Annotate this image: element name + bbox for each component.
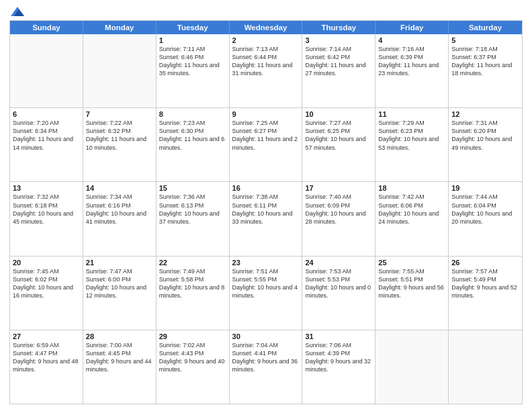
day-info: Sunrise: 7:25 AM Sunset: 6:27 PM Dayligh…: [232, 120, 298, 150]
day-info: Sunrise: 7:02 AM Sunset: 4:43 PM Dayligh…: [159, 342, 225, 373]
cal-header-sunday: Sunday: [10, 21, 83, 34]
day-info: Sunrise: 7:23 AM Sunset: 6:30 PM Dayligh…: [159, 120, 225, 150]
day-number: 28: [86, 332, 153, 340]
calendar-cell: 5Sunrise: 7:18 AM Sunset: 6:37 PM Daylig…: [449, 34, 522, 107]
calendar-week-5: 27Sunrise: 6:59 AM Sunset: 4:47 PM Dayli…: [10, 330, 522, 404]
calendar-cell: 20Sunrise: 7:45 AM Sunset: 6:02 PM Dayli…: [10, 257, 83, 330]
calendar-cell: 30Sunrise: 7:04 AM Sunset: 4:41 PM Dayli…: [230, 330, 303, 404]
calendar-cell: [449, 330, 522, 404]
day-number: 16: [232, 184, 300, 192]
cal-header-monday: Monday: [83, 21, 157, 34]
day-number: 19: [451, 184, 519, 192]
calendar-cell: 31Sunrise: 7:06 AM Sunset: 4:39 PM Dayli…: [302, 330, 375, 404]
calendar-body: 1Sunrise: 7:11 AM Sunset: 6:46 PM Daylig…: [10, 34, 522, 404]
calendar-cell: 25Sunrise: 7:55 AM Sunset: 5:51 PM Dayli…: [375, 257, 449, 330]
day-number: 25: [378, 259, 445, 267]
calendar-cell: [375, 330, 449, 404]
cal-header-friday: Friday: [375, 21, 449, 34]
calendar-cell: 10Sunrise: 7:27 AM Sunset: 6:25 PM Dayli…: [302, 108, 375, 181]
day-number: 1: [159, 36, 226, 44]
day-info: Sunrise: 7:13 AM Sunset: 6:44 PM Dayligh…: [232, 46, 293, 77]
calendar-cell: 1Sunrise: 7:11 AM Sunset: 6:46 PM Daylig…: [157, 34, 230, 107]
calendar-cell: 6Sunrise: 7:20 AM Sunset: 6:34 PM Daylig…: [10, 108, 83, 181]
day-info: Sunrise: 7:00 AM Sunset: 4:45 PM Dayligh…: [86, 342, 152, 373]
calendar-cell: 14Sunrise: 7:34 AM Sunset: 6:16 PM Dayli…: [83, 182, 157, 255]
calendar-cell: 18Sunrise: 7:42 AM Sunset: 6:06 PM Dayli…: [375, 182, 449, 255]
day-info: Sunrise: 7:31 AM Sunset: 6:20 PM Dayligh…: [451, 120, 512, 150]
header: [9, 7, 523, 16]
calendar-cell: 28Sunrise: 7:00 AM Sunset: 4:45 PM Dayli…: [83, 330, 157, 404]
calendar-cell: 16Sunrise: 7:38 AM Sunset: 6:11 PM Dayli…: [230, 182, 303, 255]
calendar-cell: 8Sunrise: 7:23 AM Sunset: 6:30 PM Daylig…: [157, 108, 230, 181]
calendar-cell: 12Sunrise: 7:31 AM Sunset: 6:20 PM Dayli…: [449, 108, 522, 181]
day-number: 21: [86, 259, 153, 267]
calendar-week-4: 20Sunrise: 7:45 AM Sunset: 6:02 PM Dayli…: [10, 256, 522, 330]
day-info: Sunrise: 6:59 AM Sunset: 4:47 PM Dayligh…: [13, 342, 79, 373]
day-number: 7: [86, 110, 153, 118]
day-info: Sunrise: 7:47 AM Sunset: 6:00 PM Dayligh…: [86, 268, 146, 299]
day-number: 6: [13, 110, 80, 118]
calendar-cell: [83, 34, 157, 107]
day-info: Sunrise: 7:16 AM Sunset: 6:39 PM Dayligh…: [378, 46, 439, 77]
day-number: 30: [232, 332, 300, 340]
day-number: 26: [451, 259, 519, 267]
day-number: 29: [159, 332, 226, 340]
day-number: 2: [232, 36, 300, 44]
day-info: Sunrise: 7:57 AM Sunset: 5:49 PM Dayligh…: [451, 268, 517, 299]
calendar-cell: 23Sunrise: 7:51 AM Sunset: 5:55 PM Dayli…: [230, 257, 303, 330]
day-info: Sunrise: 7:11 AM Sunset: 6:46 PM Dayligh…: [159, 46, 220, 77]
calendar-cell: [10, 34, 83, 107]
day-number: 17: [305, 184, 372, 192]
calendar-cell: 13Sunrise: 7:32 AM Sunset: 6:18 PM Dayli…: [10, 182, 83, 255]
day-info: Sunrise: 7:32 AM Sunset: 6:18 PM Dayligh…: [13, 193, 73, 224]
calendar-cell: 7Sunrise: 7:22 AM Sunset: 6:32 PM Daylig…: [83, 108, 157, 181]
day-info: Sunrise: 7:51 AM Sunset: 5:55 PM Dayligh…: [232, 268, 298, 299]
cal-header-thursday: Thursday: [302, 21, 375, 34]
day-number: 15: [159, 184, 226, 192]
day-number: 20: [13, 259, 80, 267]
day-info: Sunrise: 7:38 AM Sunset: 6:11 PM Dayligh…: [232, 193, 293, 224]
calendar-header-row: SundayMondayTuesdayWednesdayThursdayFrid…: [10, 21, 522, 34]
cal-header-wednesday: Wednesday: [230, 21, 303, 34]
day-number: 12: [451, 110, 519, 118]
day-number: 3: [305, 36, 372, 44]
day-number: 22: [159, 259, 226, 267]
day-info: Sunrise: 7:20 AM Sunset: 6:34 PM Dayligh…: [13, 120, 73, 150]
calendar-cell: 27Sunrise: 6:59 AM Sunset: 4:47 PM Dayli…: [10, 330, 83, 404]
day-info: Sunrise: 7:06 AM Sunset: 4:39 PM Dayligh…: [305, 342, 371, 373]
day-info: Sunrise: 7:53 AM Sunset: 5:53 PM Dayligh…: [305, 268, 371, 299]
day-number: 31: [305, 332, 372, 340]
calendar-cell: 11Sunrise: 7:29 AM Sunset: 6:23 PM Dayli…: [375, 108, 449, 181]
calendar-cell: 4Sunrise: 7:16 AM Sunset: 6:39 PM Daylig…: [375, 34, 449, 107]
calendar-cell: 24Sunrise: 7:53 AM Sunset: 5:53 PM Dayli…: [302, 257, 375, 330]
calendar-cell: 19Sunrise: 7:44 AM Sunset: 6:04 PM Dayli…: [449, 182, 522, 255]
day-number: 24: [305, 259, 372, 267]
day-info: Sunrise: 7:22 AM Sunset: 6:32 PM Dayligh…: [86, 120, 146, 150]
day-number: 9: [232, 110, 300, 118]
day-number: 4: [378, 36, 445, 44]
calendar-cell: 15Sunrise: 7:36 AM Sunset: 6:13 PM Dayli…: [157, 182, 230, 255]
calendar-cell: 29Sunrise: 7:02 AM Sunset: 4:43 PM Dayli…: [157, 330, 230, 404]
calendar-cell: 9Sunrise: 7:25 AM Sunset: 6:27 PM Daylig…: [230, 108, 303, 181]
day-info: Sunrise: 7:40 AM Sunset: 6:09 PM Dayligh…: [305, 193, 365, 224]
day-number: 27: [13, 332, 80, 340]
cal-header-saturday: Saturday: [449, 21, 522, 34]
day-info: Sunrise: 7:49 AM Sunset: 5:58 PM Dayligh…: [159, 268, 225, 299]
calendar-week-3: 13Sunrise: 7:32 AM Sunset: 6:18 PM Dayli…: [10, 181, 522, 255]
day-info: Sunrise: 7:29 AM Sunset: 6:23 PM Dayligh…: [378, 120, 439, 150]
day-info: Sunrise: 7:14 AM Sunset: 6:42 PM Dayligh…: [305, 46, 365, 77]
day-info: Sunrise: 7:34 AM Sunset: 6:16 PM Dayligh…: [86, 193, 146, 224]
calendar-cell: 22Sunrise: 7:49 AM Sunset: 5:58 PM Dayli…: [157, 257, 230, 330]
calendar-cell: 26Sunrise: 7:57 AM Sunset: 5:49 PM Dayli…: [449, 257, 522, 330]
day-info: Sunrise: 7:18 AM Sunset: 6:37 PM Dayligh…: [451, 46, 512, 77]
day-number: 18: [378, 184, 445, 192]
calendar-cell: 17Sunrise: 7:40 AM Sunset: 6:09 PM Dayli…: [302, 182, 375, 255]
logo-icon: [11, 7, 24, 16]
day-info: Sunrise: 7:45 AM Sunset: 6:02 PM Dayligh…: [13, 268, 73, 299]
day-number: 23: [232, 259, 300, 267]
day-info: Sunrise: 7:36 AM Sunset: 6:13 PM Dayligh…: [159, 193, 220, 224]
calendar-cell: 2Sunrise: 7:13 AM Sunset: 6:44 PM Daylig…: [230, 34, 303, 107]
calendar: SundayMondayTuesdayWednesdayThursdayFrid…: [9, 20, 523, 404]
day-number: 8: [159, 110, 226, 118]
day-number: 13: [13, 184, 80, 192]
